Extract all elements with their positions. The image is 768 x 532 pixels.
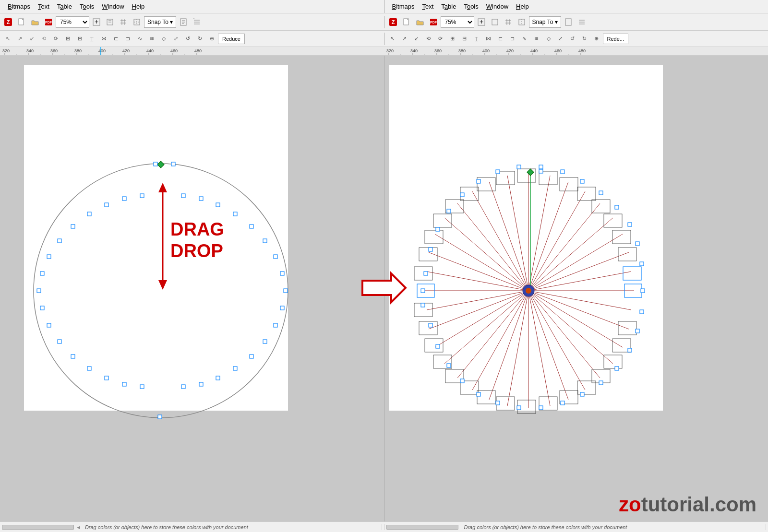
right-arrow-svg [360,271,408,305]
svg-text:PDF: PDF [430,21,437,24]
node-btn-15[interactable]: ⤢ [170,33,181,45]
btn-lines-right[interactable] [576,16,588,28]
node-btn-14[interactable]: ◇ [158,33,169,45]
btn-grid-left[interactable] [117,16,130,28]
btn-logo-right[interactable]: Z [387,16,399,28]
node-handle [171,162,175,166]
btn-zoom-plus-left[interactable]: + [90,16,103,28]
node-btn-r1[interactable]: ↖ [387,33,398,45]
node-btn-r13[interactable]: ≋ [531,33,542,45]
btn-page-right[interactable] [489,16,501,28]
node-btn-r10[interactable]: ⊏ [495,33,506,45]
zoom-select-left[interactable]: 75% [56,16,89,28]
svg-text:480: 480 [194,48,202,53]
status-text-right: Drag colors (or objects) here to store t… [460,524,767,530]
snap-to-btn-right[interactable]: Snap To ▾ [529,16,561,28]
svg-rect-136 [158,415,162,419]
node-btn-16[interactable]: ↺ [182,33,193,45]
btn-logo-left[interactable]: Z [2,16,14,28]
node-btn-r15[interactable]: ⤢ [555,33,566,45]
node-btn-2[interactable]: ↗ [14,33,25,45]
node-btn-r8[interactable]: ⌶ [471,33,482,45]
btn-doc-right[interactable] [562,16,575,28]
btn-doc-left[interactable] [177,16,190,28]
node-btn-r9[interactable]: ⋈ [483,33,494,45]
node-btn-8[interactable]: ⌶ [86,33,97,45]
svg-rect-226 [539,165,543,169]
btn-grid-right[interactable] [502,16,515,28]
menu-bitmaps-left[interactable]: Bitmaps [4,1,34,12]
node-btn-6[interactable]: ⊞ [62,33,73,45]
node-btn-r11[interactable]: ⊐ [507,33,518,45]
btn-new-right[interactable] [400,16,413,28]
scrollbar-left[interactable] [2,525,74,530]
btn-snap-icon-left[interactable] [131,16,143,28]
node-btn-r12[interactable]: ∿ [519,33,530,45]
node-btn-9[interactable]: ⋈ [98,33,109,45]
node-btn-7[interactable]: ⊟ [74,33,85,45]
node-btn-r5[interactable]: ⟳ [435,33,446,45]
btn-open-right[interactable] [414,16,426,28]
btn-pdf-left[interactable]: PDF [42,16,55,28]
zoom-select-right[interactable]: 75% [441,16,474,28]
menu-text-left[interactable]: Text [34,1,53,12]
node-btn-18[interactable]: ⊕ [206,33,217,45]
svg-rect-112 [233,366,237,370]
node-btn-10[interactable]: ⊏ [110,33,121,45]
svg-rect-42 [565,19,571,25]
scroll-arrow-left[interactable]: ◄ [76,524,81,530]
svg-text:Z: Z [391,19,395,25]
svg-rect-122 [47,255,51,259]
svg-rect-123 [47,323,51,327]
menu-help-left[interactable]: Help [128,1,149,12]
reduce-btn-right[interactable]: Rede... [603,34,628,44]
node-btn-5[interactable]: ⟳ [50,33,61,45]
node-btn-r2[interactable]: ↗ [399,33,410,45]
svg-rect-126 [71,225,75,228]
menu-help-right[interactable]: Help [512,1,533,12]
scrollbar-right[interactable] [386,525,458,530]
node-btn-r4[interactable]: ⟲ [423,33,434,45]
svg-text:440: 440 [146,48,154,53]
menu-tools-left[interactable]: Tools [76,1,98,12]
svg-text:+: + [95,18,98,25]
btn-open-left[interactable] [29,16,41,28]
btn-snap-icon-right[interactable] [516,16,528,28]
node-btn-17[interactable]: ↻ [194,33,205,45]
node-btn-1[interactable]: ↖ [2,33,13,45]
node-btn-11[interactable]: ⊐ [122,33,133,45]
btn-lines-left[interactable] [191,16,203,28]
node-btn-13[interactable]: ≋ [146,33,157,45]
menu-text-right[interactable]: Text [418,1,437,12]
svg-rect-132 [122,197,126,201]
node-btn-r14[interactable]: ◇ [543,33,554,45]
svg-rect-115 [199,197,203,201]
menu-bitmaps-right[interactable]: Bitmaps [388,1,419,12]
svg-rect-120 [40,272,44,275]
reduce-btn-left[interactable]: Reduce [218,34,245,44]
menu-window-right[interactable]: Window [482,1,512,12]
node-btn-r6[interactable]: ⊞ [447,33,458,45]
svg-rect-108 [263,340,267,343]
snap-to-btn-left[interactable]: Snap To ▾ [144,16,176,28]
btn-zoom-plus-right[interactable]: + [475,16,488,28]
menu-table-left[interactable]: Table [53,1,76,12]
menu-tools-right[interactable]: Tools [460,1,482,12]
menu-table-right[interactable]: Table [437,1,460,12]
node-btn-r16[interactable]: ↺ [567,33,578,45]
svg-rect-129 [87,366,91,370]
btn-pdf-right[interactable]: PDF [427,16,440,28]
svg-rect-230 [580,179,584,183]
node-btn-r7[interactable]: ⊟ [459,33,470,45]
btn-page-left[interactable] [104,16,116,28]
canvas-svg-left: DRAG DROP [0,56,384,521]
menu-window-left[interactable]: Window [98,1,128,12]
node-btn-r18[interactable]: ⊕ [591,33,602,45]
btn-new-left[interactable] [15,16,28,28]
node-btn-3[interactable]: ↙ [26,33,37,45]
svg-rect-215 [436,344,440,348]
node-btn-r17[interactable]: ↻ [579,33,590,45]
node-btn-r3[interactable]: ↙ [411,33,422,45]
node-btn-4[interactable]: ⟲ [38,33,49,45]
node-btn-12[interactable]: ∿ [134,33,145,45]
